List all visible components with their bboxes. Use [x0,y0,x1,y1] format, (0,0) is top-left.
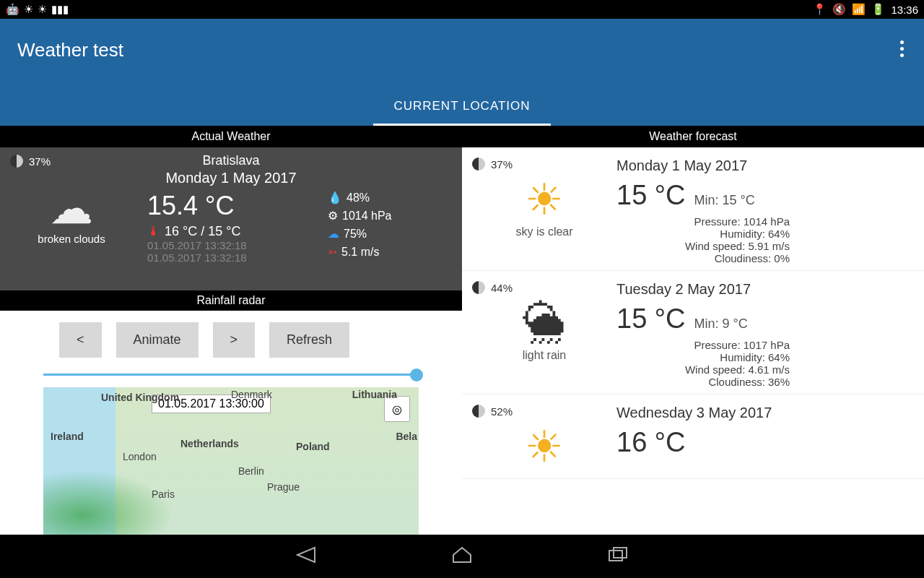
overflow-menu-button[interactable] [900,40,904,57]
fc-moon-pct: 52% [491,405,513,418]
status-bar: 🤖 ☀ ☀ ▮▮▮ 📍 🔇 📶 🔋 13:36 [0,0,924,19]
fc-pressure: Pressure: 1017 hPa [616,339,790,351]
humidity: 48% [346,191,370,204]
map-label: Berlin [238,465,264,477]
map-label: Poland [296,441,330,452]
forecast-item[interactable]: 52% ☀ Wednesday 3 May 2017 16 °C [462,394,924,479]
fc-humidity: Humidity: 64% [616,228,790,240]
condition-text: broken clouds [10,233,133,245]
radar-animate-button[interactable]: Animate [116,322,199,358]
fc-moon-pct: 44% [491,282,513,294]
fc-min: Min: 15 °C [694,193,754,208]
fc-temp: 16 °C [616,427,685,458]
moon-phase-icon [10,155,23,168]
fc-cloud: Cloudiness: 36% [616,376,790,388]
fc-pressure: Pressure: 1014 hPa [616,215,790,228]
city-name: Bratislava [10,153,452,168]
map-label: Denmark [231,389,272,400]
timestamp-2: 01.05.2017 13:32:18 [147,251,313,264]
fc-wind: Wind speed: 5.91 m/s [616,240,790,252]
timestamp-1: 01.05.2017 13:32:18 [147,239,313,251]
wind-icon: ➳ [328,245,337,259]
map-label: Ireland [51,431,84,442]
moon-phase-icon [472,158,485,171]
map-label: Lithuania [352,389,397,400]
temperature: 15.4 °C [147,191,313,221]
moon-phase-icon [472,281,485,294]
brightness-icon-2: ☀ [38,3,47,16]
fc-cloud: Cloudiness: 0% [616,252,790,264]
moon-phase-icon [472,405,485,418]
battery-icon: 🔋 [871,3,885,16]
tab-current-location[interactable]: CURRENT LOCATION [373,89,550,126]
forecast-panel[interactable]: 37% ☀ sky is clear Monday 1 May 2017 15 … [462,147,924,535]
fc-condition: sky is clear [472,225,616,238]
map-label: Bela [396,431,417,442]
sun-icon: ☀ [472,422,616,473]
actual-weather-panel: 37% Bratislava Monday 1 May 2017 ☁ broke… [0,147,462,290]
thermometer-icon: 🌡 [147,224,160,239]
bars-icon: ▮▮▮ [51,3,69,16]
section-headers: Actual Weather Weather forecast [0,126,924,147]
rain-overlay [43,470,173,535]
radar-title: Rainfall radar [0,290,462,311]
radar-prev-button[interactable]: < [59,322,102,358]
radar-refresh-button[interactable]: Refresh [269,322,349,358]
fc-min: Min: 9 °C [694,316,747,332]
wind-speed: 5.1 m/s [341,246,379,259]
fc-moon-pct: 37% [491,158,513,171]
map-label: Prague [267,481,300,493]
fc-date: Monday 1 May 2017 [616,158,914,174]
back-button[interactable] [293,545,319,565]
map-label: Paris [152,488,175,500]
section-forecast: Weather forecast [462,126,924,147]
svg-rect-0 [609,551,622,561]
section-actual: Actual Weather [0,126,462,147]
pressure: 1014 hPa [342,210,392,223]
map-label: London [123,451,157,462]
svg-rect-1 [614,548,627,558]
fc-humidity: Humidity: 64% [616,351,790,363]
map-label: United Kingdom [101,392,179,403]
home-button[interactable] [449,545,475,565]
fc-temp: 15 °C [616,180,685,211]
app-header: Weather test CURRENT LOCATION [0,19,924,126]
cloud-pct-icon: ☁ [328,227,339,241]
forecast-item[interactable]: 37% ☀ sky is clear Monday 1 May 2017 15 … [462,147,924,271]
app-title: Weather test [17,39,907,61]
fc-date: Tuesday 2 May 2017 [616,281,914,298]
minmax-temp: 16 °C / 15 °C [165,224,240,239]
android-icon: 🤖 [6,3,19,16]
clock: 13:36 [891,4,918,16]
forecast-item[interactable]: 44% 🌦 light rain Tuesday 2 May 2017 15 °… [462,271,924,394]
location-icon: 📍 [813,3,827,16]
brightness-icon: ☀ [24,3,33,16]
map-label: Netherlands [180,438,239,449]
pressure-icon: ⚙ [328,209,338,223]
humidity-icon: 💧 [328,191,342,204]
mute-icon: 🔇 [832,3,846,16]
rain-icon: 🌦 [472,298,616,349]
cloud-pct: 75% [344,228,367,241]
fc-date: Wednesday 3 May 2017 [616,405,914,421]
radar-time-slider[interactable] [43,374,419,376]
fc-wind: Wind speed: 4.61 m/s [616,363,790,376]
radar-next-button[interactable]: > [213,322,256,358]
moon-pct: 37% [29,155,51,168]
radar-map[interactable]: 01.05.2017 13:30:00 ◎ United Kingdom Ire… [43,387,419,535]
fc-condition: light rain [472,349,616,362]
recent-button[interactable] [605,545,631,565]
fc-temp: 15 °C [616,303,685,335]
sun-icon: ☀ [472,175,616,225]
wifi-icon: 📶 [852,3,866,16]
navigation-bar [0,535,924,575]
cloud-icon: ☁ [10,191,133,227]
slider-thumb[interactable] [410,368,423,381]
